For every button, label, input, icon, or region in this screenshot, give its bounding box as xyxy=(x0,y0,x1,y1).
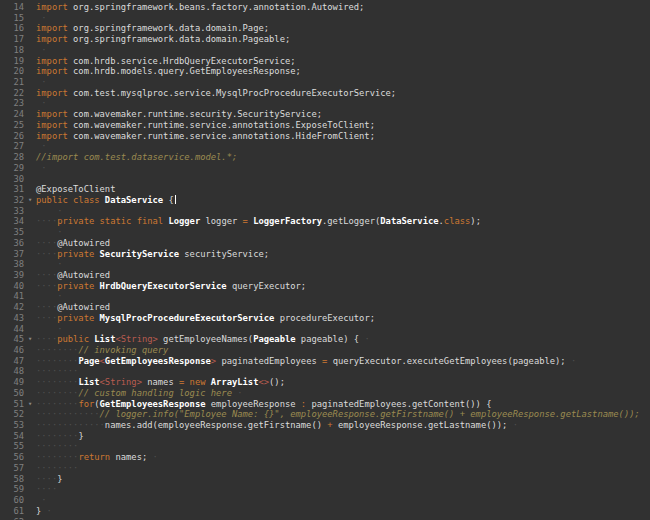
code-line[interactable]: 23 · xyxy=(0,98,650,109)
code-line[interactable]: 46········// invoking query xyxy=(0,345,650,356)
code-text: · xyxy=(36,45,47,55)
code-line[interactable]: 37····private SecurityService securitySe… xyxy=(0,249,650,260)
code-line[interactable]: 60 · xyxy=(0,495,650,506)
syntax-plain: .getLogger( xyxy=(322,216,380,226)
code-line[interactable]: 52············// logger.info("Employee N… xyxy=(0,409,650,420)
code-line[interactable]: 39····@Autowired xyxy=(0,270,650,281)
code-line[interactable]: 47········Page<GetEmployeesResponse> pag… xyxy=(0,356,650,367)
code-line[interactable]: 14import org.springframework.beans.facto… xyxy=(0,2,650,13)
code-line[interactable]: 25import com.wavemaker.runtime.service.a… xyxy=(0,120,650,131)
code-text: @ExposeToClient xyxy=(36,184,115,194)
fold-arrow-icon[interactable]: ▾ xyxy=(24,334,36,345)
code-line[interactable]: 53·············names.add(employeeRespons… xyxy=(0,420,650,431)
code-line[interactable]: 49········List<String> names = new Array… xyxy=(0,377,650,388)
syntax-class-name: SecurityService xyxy=(100,249,185,259)
syntax-class-name: Page xyxy=(78,356,99,366)
code-line[interactable]: 57········ xyxy=(0,463,650,474)
whitespace-dots: · xyxy=(36,259,62,269)
line-number: 48 xyxy=(0,366,24,377)
syntax-plain: org.springframework.data.domain.Page; xyxy=(73,23,269,33)
syntax-comment: // invoking query xyxy=(78,345,168,355)
code-line[interactable]: 51▾········for(GetEmployeesResponse empl… xyxy=(0,399,650,410)
code-line[interactable]: 34····private static final Logger logger… xyxy=(0,216,650,227)
syntax-plain: getEmployeeNames( xyxy=(158,334,253,344)
code-line[interactable]: 15 · xyxy=(0,13,650,24)
syntax-plain: paginatedEmployees.getContent()) { xyxy=(311,399,491,409)
line-number: 20 xyxy=(0,66,24,77)
line-number: 29 xyxy=(0,163,24,174)
code-line[interactable]: 24import com.wavemaker.runtime.security.… xyxy=(0,109,650,120)
code-line[interactable]: 38 · xyxy=(0,259,650,270)
line-number: 23 xyxy=(0,98,24,109)
syntax-keyword: for xyxy=(78,399,94,409)
code-line[interactable]: 41 · xyxy=(0,291,650,302)
fold-arrow-icon[interactable]: ▾ xyxy=(24,399,36,410)
code-line[interactable]: 62 · xyxy=(0,517,650,520)
code-line[interactable]: 48········ xyxy=(0,366,650,377)
code-line[interactable]: 20import com.hrdb.models.query.GetEmploy… xyxy=(0,66,650,77)
whitespace-dots: ········ xyxy=(36,388,78,398)
code-line[interactable]: 27 · xyxy=(0,141,650,152)
code-text: ········ xyxy=(36,366,78,376)
whitespace-dots: ···· xyxy=(36,484,57,494)
code-line[interactable]: 18 · xyxy=(0,45,650,56)
syntax-keyword: return xyxy=(78,452,115,462)
line-number: 32 xyxy=(0,195,24,206)
syntax-keyword: private xyxy=(57,249,99,259)
code-line[interactable]: 36····@Autowired xyxy=(0,238,650,249)
code-line[interactable]: 26import com.wavemaker.runtime.service.a… xyxy=(0,131,650,142)
syntax-class-name: LoggerFactory xyxy=(253,216,322,226)
fold-arrow-icon[interactable]: ▾ xyxy=(24,195,36,206)
code-text: · xyxy=(36,98,47,108)
line-number: 39 xyxy=(0,270,24,281)
code-line[interactable]: 43····private MysqlProcProcedureExecutor… xyxy=(0,313,650,324)
syntax-keyword: public xyxy=(57,334,94,344)
code-line[interactable]: 22import com.test.mysqlproc.service.Mysq… xyxy=(0,88,650,99)
code-line[interactable]: 33 · xyxy=(0,206,650,217)
whitespace-dots: · xyxy=(232,388,243,398)
whitespace-dots: ···· xyxy=(36,474,57,484)
code-line[interactable]: 45▾····public List<String> getEmployeeNa… xyxy=(0,334,650,345)
syntax-plain: @ExposeToClient xyxy=(36,184,115,194)
code-text: import org.springframework.beans.factory… xyxy=(36,2,364,12)
syntax-plain: { xyxy=(168,195,173,205)
code-line[interactable]: 42····@Autowired xyxy=(0,302,650,313)
syntax-plain: com.wavemaker.runtime.security.SecurityS… xyxy=(73,109,322,119)
whitespace-dots: · xyxy=(41,506,52,516)
code-line[interactable]: 32▾public class DataService { xyxy=(0,195,650,206)
code-line[interactable]: 40····private HrdbQueryExecutorService q… xyxy=(0,281,650,292)
code-line[interactable]: 31@ExposeToClient xyxy=(0,184,650,195)
code-line[interactable]: 58····} xyxy=(0,474,650,485)
code-line[interactable]: 35 · xyxy=(0,227,650,238)
code-line[interactable]: 54········} xyxy=(0,431,650,442)
line-number: 57 xyxy=(0,463,24,474)
code-line[interactable]: 50········// custom handling logic here … xyxy=(0,388,650,399)
code-text: · xyxy=(36,13,47,23)
code-line[interactable]: 19import com.hrdb.service.HrdbQueryExecu… xyxy=(0,56,650,67)
code-line[interactable]: 29 · xyxy=(0,163,650,174)
syntax-plain: org.springframework.beans.factory.annota… xyxy=(73,2,364,12)
code-text: ····private HrdbQueryExecutorService que… xyxy=(36,281,306,291)
code-line[interactable]: 44 · xyxy=(0,324,650,335)
line-number: 55 xyxy=(0,441,24,452)
code-line[interactable]: 17import org.springframework.data.domain… xyxy=(0,34,650,45)
line-number: 40 xyxy=(0,281,24,292)
code-text: ········ xyxy=(36,441,78,451)
code-line[interactable]: 16import org.springframework.data.domain… xyxy=(0,23,650,34)
syntax-keyword: import xyxy=(36,109,73,119)
whitespace-dots: ···· xyxy=(36,249,57,259)
syntax-keyword: import xyxy=(36,23,73,33)
code-line[interactable]: 30 xyxy=(0,174,650,185)
code-line[interactable]: 28//import com.test.dataservice.model.*; xyxy=(0,152,650,163)
code-line[interactable]: 56········return names; · xyxy=(0,452,650,463)
code-line[interactable]: 59···· xyxy=(0,484,650,495)
code-text: ····public List<String> getEmployeeNames… xyxy=(36,334,370,344)
line-number: 26 xyxy=(0,131,24,142)
whitespace-dots: ········ xyxy=(36,377,78,387)
code-line[interactable]: 61} · xyxy=(0,506,650,517)
code-text: · xyxy=(36,291,62,301)
code-line[interactable]: 55········ xyxy=(0,441,650,452)
line-number: 54 xyxy=(0,431,24,442)
code-editor[interactable]: 14import org.springframework.beans.facto… xyxy=(0,0,650,520)
code-line[interactable]: 21 · xyxy=(0,77,650,88)
